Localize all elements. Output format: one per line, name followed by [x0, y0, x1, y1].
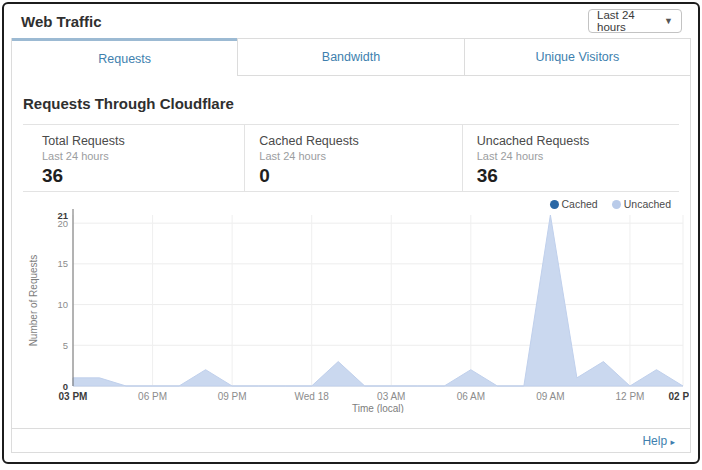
- svg-text:02 PM: 02 PM: [669, 391, 689, 402]
- area-chart-canvas[interactable]: 051015202103 PM06 PM09 PMWed 1803 AM06 A…: [23, 197, 679, 417]
- svg-text:Wed 18: Wed 18: [295, 391, 330, 402]
- svg-text:09 AM: 09 AM: [536, 391, 564, 402]
- section-title: Requests Through Cloudflare: [12, 76, 690, 124]
- stat-sublabel: Last 24 hours: [477, 150, 679, 162]
- svg-text:0: 0: [63, 381, 68, 392]
- tab-bar: Requests Bandwidth Unique Visitors: [12, 38, 690, 76]
- stat-value: 36: [477, 165, 679, 187]
- svg-text:03 PM: 03 PM: [59, 391, 88, 402]
- stat-value: 0: [259, 165, 461, 187]
- tab-unique-visitors-label: Unique Visitors: [535, 50, 619, 64]
- help-link-label: Help: [642, 434, 667, 448]
- panel-footer: Help ▸: [12, 428, 690, 452]
- stats-row: Total Requests Last 24 hours 36 Cached R…: [23, 124, 679, 192]
- stat-label: Total Requests: [42, 134, 244, 148]
- svg-text:06 PM: 06 PM: [138, 391, 167, 402]
- svg-text:06 AM: 06 AM: [457, 391, 485, 402]
- stat-label: Uncached Requests: [477, 134, 679, 148]
- tab-unique-visitors[interactable]: Unique Visitors: [464, 38, 690, 76]
- chart-legend: Cached Uncached: [550, 198, 671, 210]
- tab-requests[interactable]: Requests: [12, 38, 237, 76]
- svg-text:15: 15: [57, 258, 68, 269]
- stat-label: Cached Requests: [259, 134, 461, 148]
- svg-text:21: 21: [57, 210, 68, 221]
- web-traffic-card: Web Traffic Last 24 hours ▼ Requests Ban…: [2, 2, 700, 464]
- page-title: Web Traffic: [21, 13, 102, 30]
- tab-requests-label: Requests: [98, 52, 151, 66]
- legend-item-uncached: Uncached: [612, 198, 671, 210]
- svg-text:10: 10: [57, 299, 68, 310]
- stat-sublabel: Last 24 hours: [42, 150, 244, 162]
- time-range-select[interactable]: Last 24 hours ▼: [588, 9, 682, 33]
- svg-text:12 PM: 12 PM: [616, 391, 645, 402]
- svg-text:09 PM: 09 PM: [218, 391, 247, 402]
- stat-uncached-requests: Uncached Requests Last 24 hours 36: [462, 125, 679, 191]
- legend-item-cached: Cached: [550, 198, 598, 210]
- svg-text:03 AM: 03 AM: [377, 391, 405, 402]
- legend-label: Cached: [562, 198, 598, 210]
- help-link[interactable]: Help ▸: [642, 434, 675, 448]
- stat-total-requests: Total Requests Last 24 hours 36: [23, 125, 244, 191]
- tab-bandwidth[interactable]: Bandwidth: [237, 38, 463, 76]
- stat-value: 36: [42, 165, 244, 187]
- uncached-dot-icon: [612, 200, 621, 209]
- stat-sublabel: Last 24 hours: [259, 150, 461, 162]
- traffic-panel: Requests Bandwidth Unique Visitors Reque…: [11, 38, 691, 453]
- legend-label: Uncached: [624, 198, 671, 210]
- svg-text:Number of Requests: Number of Requests: [28, 255, 39, 347]
- requests-chart: Cached Uncached 051015202103 PM06 PM09 P…: [23, 197, 679, 415]
- svg-text:5: 5: [63, 340, 68, 351]
- stat-cached-requests: Cached Requests Last 24 hours 0: [244, 125, 461, 191]
- time-range-value: Last 24 hours: [597, 9, 664, 33]
- card-header: Web Traffic Last 24 hours ▼: [4, 4, 698, 38]
- help-arrow-icon: ▸: [670, 437, 675, 447]
- tab-bandwidth-label: Bandwidth: [322, 50, 380, 64]
- chevron-down-icon: ▼: [664, 16, 673, 26]
- cached-dot-icon: [550, 200, 559, 209]
- svg-text:Time (local): Time (local): [352, 403, 404, 413]
